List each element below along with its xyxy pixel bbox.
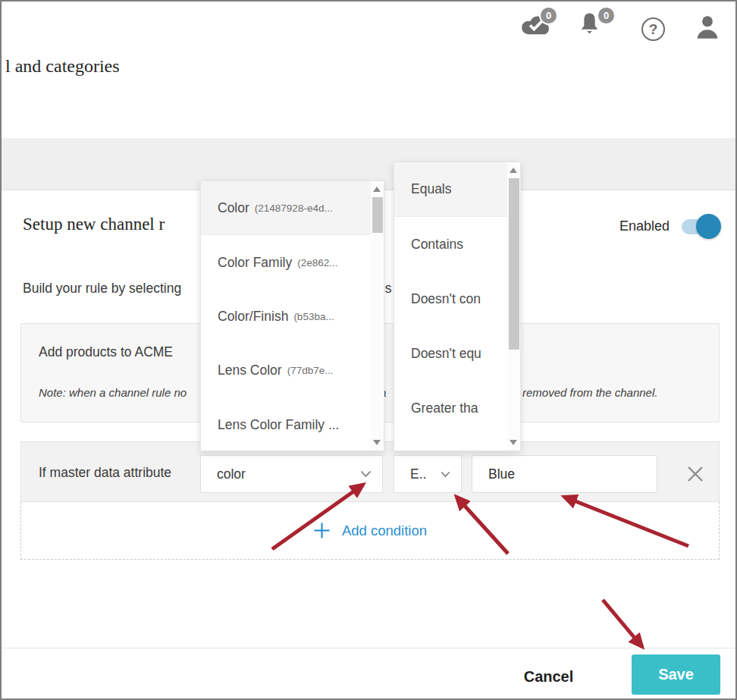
save-button[interactable]: Save	[632, 654, 720, 695]
scrollbar-thumb[interactable]	[509, 178, 519, 350]
attribute-select[interactable]: color	[200, 455, 383, 493]
operator-option[interactable]: Doesn't con	[394, 272, 507, 326]
note-box-title: Add products to ACME	[39, 344, 173, 360]
sync-badge: 0	[539, 6, 558, 25]
page-title: l and categories	[5, 56, 120, 77]
enabled-label: Enabled	[619, 218, 670, 234]
operator-option[interactable]: Greater tha	[394, 381, 507, 435]
operator-select[interactable]: E..	[394, 455, 462, 493]
toggle-knob	[696, 214, 721, 239]
chevron-down-icon	[360, 470, 372, 478]
add-condition-label: Add condition	[342, 523, 427, 539]
attribute-dropdown: Color(21487928-e4d...Color Family(2e862.…	[200, 180, 384, 451]
attribute-select-value: color	[201, 466, 360, 482]
operator-option[interactable]: Doesn't equ	[394, 326, 507, 381]
panel-heading: Setup new channel r	[23, 215, 165, 234]
attribute-dropdown-list: Color(21487928-e4d...Color Family(2e862.…	[201, 181, 371, 450]
rule-description: Build your rule by selecting	[23, 281, 181, 297]
operator-select-value: E..	[394, 466, 441, 482]
scroll-up-icon[interactable]	[373, 187, 381, 192]
attribute-option[interactable]: Lens Color(77db7e...	[201, 344, 371, 397]
operator-dropdown: EqualsContainsDoesn't conDoesn't equGrea…	[394, 162, 521, 451]
note-text-right: removed from the channel.	[522, 386, 657, 399]
footer-divider	[2, 648, 735, 648]
value-input[interactable]: Blue	[472, 455, 657, 493]
enabled-toggle[interactable]	[682, 217, 721, 237]
scroll-down-icon[interactable]	[373, 440, 381, 445]
attribute-option[interactable]: Color(21487928-e4d...	[201, 181, 371, 235]
condition-label: If master data attribute	[39, 465, 171, 481]
attribute-option[interactable]: Color Family(2e862...	[201, 235, 371, 289]
add-condition-button[interactable]: Add condition	[313, 522, 427, 539]
attribute-option[interactable]: Lens Color Family ...	[201, 398, 371, 450]
scrollbar-thumb[interactable]	[372, 197, 383, 233]
plus-icon	[313, 522, 331, 539]
help-icon[interactable]: ?	[641, 17, 665, 41]
operator-dropdown-scrollbar[interactable]	[507, 162, 520, 450]
chevron-down-icon	[441, 471, 450, 478]
operator-option[interactable]: Equals	[394, 162, 507, 217]
operator-option[interactable]: Contains	[394, 217, 507, 272]
scroll-down-icon[interactable]	[510, 440, 517, 445]
attribute-option[interactable]: Color/Finish(b53ba...	[201, 290, 371, 344]
operator-dropdown-list: EqualsContainsDoesn't conDoesn't equGrea…	[394, 162, 507, 450]
page: 0 0 ? l and categories Setup new channel…	[0, 0, 737, 700]
add-condition-zone: Add condition	[20, 502, 720, 560]
arrow-to-save-button	[603, 600, 642, 647]
notifications-badge: 0	[597, 6, 616, 25]
user-icon[interactable]	[694, 14, 721, 42]
note-text-left: Note: when a channel rule no	[39, 386, 187, 399]
scroll-up-icon[interactable]	[510, 168, 517, 173]
attribute-dropdown-scrollbar[interactable]	[371, 181, 384, 450]
remove-condition-button[interactable]	[683, 462, 707, 486]
cancel-button[interactable]: Cancel	[505, 664, 592, 689]
